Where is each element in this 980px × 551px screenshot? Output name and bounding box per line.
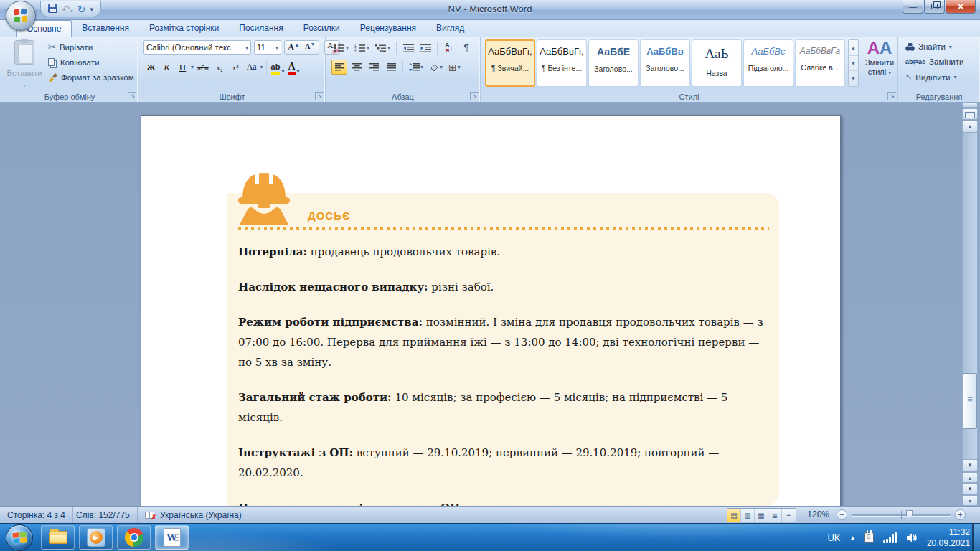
styles-gallery-expand[interactable]: ▼ [849, 71, 858, 86]
print-layout-view-button[interactable]: ▤ [727, 509, 741, 522]
select-browse-object-button[interactable]: ● [962, 484, 978, 494]
change-case-button[interactable]: Аа [244, 60, 260, 75]
paste-button[interactable]: Вставити ▾ [5, 39, 44, 89]
previous-page-button[interactable]: ▲▲ [962, 472, 978, 483]
restore-button[interactable] [924, 0, 945, 14]
change-case-dropdown[interactable]: ▾ [260, 64, 263, 70]
align-center-button[interactable] [349, 60, 364, 75]
font-size-combo[interactable]: 11▾ [254, 40, 281, 55]
scroll-up-button[interactable]: ▲ [962, 121, 978, 133]
replace-button[interactable]: ab⇄ac Замінити [905, 57, 963, 66]
document-text[interactable]: Потерпіла: продавець продовольчих товарі… [238, 242, 771, 506]
paragraph-victim[interactable]: Потерпіла: продавець продовольчих товарі… [238, 242, 771, 262]
power-plug-icon[interactable] [864, 532, 874, 543]
minimize-button[interactable]: — [903, 0, 923, 14]
select-button[interactable]: ↖ Виділити▾ [905, 72, 956, 82]
copy-button[interactable]: Копіювати [46, 55, 136, 70]
align-left-button[interactable] [331, 60, 347, 75]
scrollbar-track[interactable] [962, 133, 978, 459]
zoom-out-button[interactable]: − [837, 509, 847, 520]
style-no-spacing[interactable]: АаБбВвГг,¶ Без інте... [537, 39, 587, 87]
justify-button[interactable] [383, 60, 399, 75]
paragraph-dialog-launcher[interactable]: ↘ [470, 92, 479, 100]
scrollbar-thumb[interactable] [963, 373, 977, 429]
style-subtitle[interactable]: АаБбВєПідзаголо... [743, 39, 793, 87]
align-right-button[interactable] [366, 60, 382, 75]
underline-button[interactable]: П [175, 60, 190, 75]
show-hidden-icons-button[interactable]: ▲ [850, 534, 856, 541]
start-button[interactable] [6, 524, 33, 551]
tab-insert[interactable]: Вставлення [72, 20, 139, 37]
shrink-font-button[interactable]: А▼ [302, 41, 318, 54]
style-normal[interactable]: АаБбВвГг,¶ Звичай... [485, 39, 535, 87]
paragraph-experience[interactable]: Загальний стаж роботи: 10 місяців; за пр… [238, 387, 771, 428]
style-title[interactable]: АаЬНазва [692, 39, 742, 87]
subscript-button[interactable]: х₂ [212, 60, 227, 75]
decrease-indent-button[interactable] [400, 40, 416, 55]
show-marks-button[interactable]: ¶ [458, 40, 474, 55]
zoom-in-button[interactable]: + [955, 509, 966, 520]
taskbar-chrome-button[interactable] [117, 525, 151, 550]
tab-mailings[interactable]: Розсилки [293, 20, 350, 37]
tab-review[interactable]: Рецензування [350, 20, 426, 37]
sort-button[interactable]: АЯ↓ [441, 40, 457, 55]
bullets-button[interactable]: ▾ [331, 40, 351, 55]
close-button[interactable]: × [946, 0, 976, 14]
language-indicator[interactable]: Українська (Україна) [138, 507, 249, 523]
network-signal-icon[interactable] [883, 532, 897, 543]
line-spacing-button[interactable]: ▾ [407, 60, 425, 75]
tab-page-layout[interactable]: Розмітка сторінки [139, 20, 229, 37]
zoom-track[interactable] [852, 514, 951, 516]
paragraph-training[interactable]: Навчання та перевірка знань з ОП: не вим… [238, 498, 771, 506]
style-heading2[interactable]: АаБбВвЗаголово... [640, 39, 690, 87]
superscript-button[interactable]: х² [228, 60, 243, 75]
grow-font-button[interactable]: А▲ [285, 41, 302, 54]
scroll-down-button[interactable]: ▼ [962, 459, 978, 471]
tab-references[interactable]: Посилання [229, 20, 293, 37]
change-styles-button[interactable]: АА Змінити стилі ▾ [863, 39, 896, 90]
language-switcher[interactable]: UK [827, 532, 840, 543]
bold-button[interactable]: Ж [143, 60, 159, 75]
document-page[interactable]: ДОСЬЄ Потерпіла: продавець продовольчих … [141, 115, 841, 506]
taskbar-explorer-button[interactable] [41, 525, 75, 550]
taskbar-media-player-button[interactable]: ▶ [79, 525, 113, 550]
borders-button[interactable]: ⊞▾ [446, 60, 463, 75]
cut-button[interactable]: ✂Вирізати [46, 39, 136, 55]
strikethrough-button[interactable]: абв [194, 60, 212, 75]
font-name-combo[interactable]: Calibri (Основний текс▾ [143, 40, 251, 55]
paragraph-briefings[interactable]: Інструктажі з ОП: вступний — 29.10.2019;… [238, 443, 771, 483]
style-subtle-emphasis[interactable]: АаБбВвГаСлабке в... [795, 39, 845, 87]
show-desktop-button[interactable] [972, 524, 980, 551]
web-layout-view-button[interactable]: ▦ [755, 509, 768, 522]
split-handle[interactable] [962, 103, 978, 108]
draft-view-button[interactable]: ≡ [782, 509, 796, 522]
full-screen-reading-button[interactable]: ▥ [741, 509, 755, 522]
styles-scroll-down[interactable]: ▼ [849, 56, 858, 72]
clipboard-dialog-launcher[interactable]: ↘ [128, 92, 136, 100]
font-dialog-launcher[interactable]: ↘ [315, 92, 324, 100]
highlight-button[interactable]: ab▾ [270, 60, 286, 75]
font-color-button[interactable]: А▾ [286, 60, 301, 75]
multilevel-list-button[interactable]: ▾ [373, 40, 392, 55]
paragraph-work-schedule[interactable]: Режим роботи підприємства: позмінний. І … [238, 312, 771, 372]
outline-view-button[interactable]: ≣ [768, 509, 782, 522]
format-painter-button[interactable]: Формат за зразком [46, 70, 136, 85]
italic-button[interactable]: К [159, 60, 174, 75]
styles-scroll-up[interactable]: ▲ [849, 40, 858, 56]
clock[interactable]: 11:32 20.09.2021 [927, 527, 970, 549]
increase-indent-button[interactable] [418, 40, 433, 55]
paragraph-consequence[interactable]: Наслідок нещасного випадку: різні забої. [238, 277, 771, 297]
ruler-toggle-button[interactable] [962, 108, 978, 120]
shading-button[interactable]: ▾ [427, 60, 445, 75]
word-count-indicator[interactable]: Слів: 152/775 [69, 507, 138, 523]
find-button[interactable]: Знайти▾ [905, 42, 952, 51]
page-number-indicator[interactable]: Сторінка: 4 з 4 [0, 507, 73, 523]
underline-dropdown[interactable]: ▾ [191, 64, 194, 70]
zoom-level[interactable]: 120% [807, 509, 829, 519]
office-button[interactable] [6, 1, 36, 31]
tab-view[interactable]: Вигляд [426, 20, 474, 37]
taskbar-word-button[interactable]: W [155, 525, 189, 550]
numbering-button[interactable]: 123▾ [352, 40, 372, 55]
style-heading1[interactable]: АаБбЕЗаголово... [588, 39, 639, 87]
styles-dialog-launcher[interactable]: ↘ [887, 92, 896, 100]
